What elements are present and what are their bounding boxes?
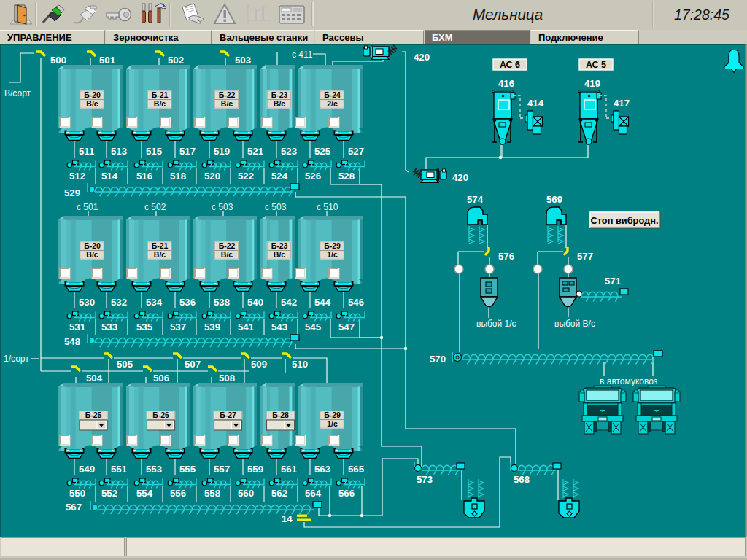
svg-text:в автомуковоз: в автомуковоз [600, 376, 658, 386]
svg-text:546: 546 [348, 297, 364, 308]
svg-text:420: 420 [414, 52, 430, 63]
svg-text:выбой В/с: выбой В/с [554, 319, 595, 329]
svg-text:576: 576 [498, 251, 514, 262]
svg-text:Б-23: Б-23 [271, 241, 288, 250]
svg-text:566: 566 [338, 488, 355, 499]
svg-text:532: 532 [111, 297, 127, 308]
svg-text:561: 561 [281, 464, 297, 475]
svg-text:539: 539 [204, 322, 220, 332]
svg-text:549: 549 [79, 464, 95, 475]
svg-text:511: 511 [79, 146, 94, 157]
svg-text:543: 543 [271, 322, 287, 332]
svg-text:522: 522 [238, 171, 254, 182]
svg-text:524: 524 [271, 171, 288, 182]
svg-text:518: 518 [170, 171, 186, 182]
svg-text:510: 510 [292, 359, 308, 370]
svg-text:с 411: с 411 [292, 50, 313, 60]
svg-text:521: 521 [247, 146, 263, 157]
svg-text:506: 506 [153, 373, 169, 384]
svg-text:559: 559 [247, 464, 263, 475]
svg-text:502: 502 [168, 55, 184, 66]
svg-text:563: 563 [314, 464, 330, 475]
svg-text:Б-21: Б-21 [152, 241, 169, 250]
svg-text:529: 529 [64, 187, 80, 198]
svg-text:569: 569 [546, 194, 562, 205]
svg-text:567: 567 [66, 502, 82, 513]
svg-text:420: 420 [452, 172, 468, 183]
svg-text:540: 540 [247, 297, 263, 308]
svg-text:с 503: с 503 [212, 202, 233, 212]
svg-text:АС 6: АС 6 [500, 60, 520, 70]
svg-text:570: 570 [430, 354, 446, 365]
svg-text:554: 554 [136, 488, 153, 499]
svg-text:560: 560 [238, 488, 254, 499]
svg-text:Б-22: Б-22 [219, 90, 236, 99]
svg-text:В/сорт: В/сорт [4, 88, 31, 98]
svg-text:536: 536 [179, 297, 196, 308]
svg-text:520: 520 [204, 171, 220, 182]
svg-text:568: 568 [514, 474, 530, 485]
svg-text:555: 555 [179, 464, 196, 475]
svg-text:419: 419 [584, 78, 600, 89]
svg-text:573: 573 [417, 474, 433, 485]
svg-text:Б-20: Б-20 [84, 241, 101, 250]
svg-text:548: 548 [64, 336, 80, 347]
svg-text:1/с: 1/с [327, 419, 338, 428]
svg-text:542: 542 [281, 297, 297, 308]
svg-text:537: 537 [170, 322, 186, 332]
svg-text:В/с: В/с [221, 250, 233, 259]
svg-text:В/с: В/с [274, 99, 286, 108]
svg-text:500: 500 [50, 55, 66, 66]
svg-text:523: 523 [281, 146, 297, 157]
svg-text:В/с: В/с [221, 99, 233, 108]
svg-text:503: 503 [235, 55, 251, 66]
svg-text:512: 512 [69, 171, 85, 182]
svg-text:В/с: В/с [274, 250, 286, 259]
svg-text:526: 526 [305, 171, 321, 182]
svg-text:с 510: с 510 [317, 202, 338, 212]
svg-text:Б-20: Б-20 [84, 90, 101, 99]
svg-text:557: 557 [214, 464, 230, 475]
svg-text:501: 501 [99, 55, 115, 66]
svg-text:1/с: 1/с [327, 250, 338, 259]
svg-text:544: 544 [314, 297, 331, 308]
svg-text:553: 553 [146, 464, 162, 475]
svg-text:В/с: В/с [154, 99, 166, 108]
svg-text:Б-26: Б-26 [152, 411, 169, 419]
svg-text:с 502: с 502 [144, 202, 166, 212]
svg-text:417: 417 [614, 98, 630, 109]
svg-text:Б-24: Б-24 [324, 90, 341, 99]
svg-text:541: 541 [238, 322, 254, 332]
svg-text:505: 505 [117, 359, 133, 370]
svg-text:516: 516 [136, 171, 152, 182]
svg-text:538: 538 [214, 297, 230, 308]
svg-text:552: 552 [101, 488, 117, 499]
svg-text:519: 519 [214, 146, 230, 157]
svg-text:2/с: 2/с [327, 99, 338, 108]
svg-text:556: 556 [170, 488, 186, 499]
svg-text:517: 517 [179, 146, 196, 157]
svg-text:551: 551 [111, 464, 127, 475]
svg-text:531: 531 [69, 322, 85, 332]
svg-text:571: 571 [605, 276, 621, 287]
svg-text:574: 574 [467, 194, 484, 205]
svg-text:504: 504 [86, 373, 103, 384]
svg-text:564: 564 [305, 488, 322, 499]
svg-text:565: 565 [348, 464, 364, 475]
svg-text:545: 545 [305, 322, 321, 332]
svg-text:550: 550 [69, 488, 85, 499]
svg-text:562: 562 [271, 488, 287, 499]
svg-text:с 503: с 503 [265, 202, 287, 212]
svg-text:Б-22: Б-22 [219, 241, 236, 250]
svg-text:Б-23: Б-23 [271, 90, 288, 99]
svg-text:547: 547 [338, 322, 355, 332]
svg-text:507: 507 [185, 359, 201, 370]
svg-text:выбой 1/с: выбой 1/с [476, 319, 516, 329]
svg-text:Б-21: Б-21 [152, 90, 169, 99]
svg-text:525: 525 [314, 146, 330, 157]
svg-text:В/с: В/с [86, 250, 98, 259]
svg-text:В/с: В/с [86, 99, 98, 108]
svg-text:Б-27: Б-27 [220, 411, 236, 419]
svg-text:558: 558 [204, 488, 220, 499]
svg-text:с 501: с 501 [77, 202, 98, 212]
